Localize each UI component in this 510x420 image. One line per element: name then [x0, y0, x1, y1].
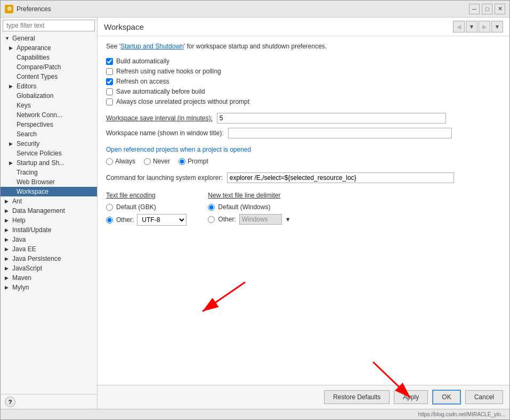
- main-content: ▼General▶AppearanceCapabilitiesCompare/P…: [1, 18, 509, 409]
- panel-content: See 'Startup and Shutdown' for workspace…: [98, 36, 509, 385]
- sidebar-item-service-policies[interactable]: Service Policies: [1, 149, 97, 158]
- delimiter-default-row: Default (Windows): [208, 203, 290, 211]
- encoding-section: Text file encoding Default (GBK) Other: …: [106, 192, 501, 229]
- checkbox-row-4: Always close unrelated projects without …: [106, 98, 501, 105]
- restore-defaults-button[interactable]: Restore Defaults: [324, 390, 390, 404]
- status-url: https://blog.csdn.net/MIRACLE_yin...: [418, 411, 505, 417]
- cancel-button[interactable]: Cancel: [465, 390, 503, 404]
- radio-item-always: Always: [106, 158, 135, 165]
- sidebar-item-perspectives[interactable]: Perspectives: [1, 120, 97, 129]
- maximize-button[interactable]: □: [482, 4, 492, 14]
- checkbox-0[interactable]: [106, 58, 113, 65]
- right-panel: Workspace ◀ ▼ ▶ ▼ See 'Startup and Shutd…: [98, 18, 509, 409]
- sidebar-item-label: Help: [12, 217, 26, 224]
- save-interval-row: Workspace save interval (in minutes):: [106, 113, 501, 123]
- filter-input[interactable]: [3, 20, 95, 31]
- encoding-other-radio[interactable]: [106, 217, 113, 224]
- window-controls: ─ □ ✕: [469, 4, 505, 14]
- delimiter-dropdown-arrow[interactable]: ▼: [285, 216, 291, 223]
- nav-forward-dropdown-button[interactable]: ▼: [491, 21, 503, 32]
- sidebar-item-install-update[interactable]: ▶Install/Update: [1, 225, 97, 235]
- delimiter-default-radio[interactable]: [208, 204, 215, 211]
- sidebar-item-label: Web Browser: [17, 178, 55, 186]
- checkbox-4[interactable]: [106, 98, 113, 105]
- sidebar-item-help[interactable]: ▶Help: [1, 216, 97, 225]
- radio-always[interactable]: [106, 158, 113, 165]
- sidebar-item-general[interactable]: ▼General: [1, 34, 97, 43]
- checkbox-label-2: Refresh on access: [116, 78, 169, 85]
- radio-prompt[interactable]: [179, 158, 185, 165]
- sidebar-item-startup-and-sh---[interactable]: ▶Startup and Sh...: [1, 158, 97, 168]
- checkbox-row-3: Save automatically before build: [106, 88, 501, 95]
- sidebar-item-label: General: [12, 35, 35, 42]
- sidebar-item-label: Install/Update: [12, 226, 51, 234]
- radio-label-always: Always: [115, 158, 135, 165]
- checkbox-3[interactable]: [106, 88, 113, 95]
- ok-button[interactable]: OK: [432, 390, 460, 405]
- checkbox-1[interactable]: [106, 68, 113, 75]
- sidebar: ▼General▶AppearanceCapabilitiesCompare/P…: [1, 18, 98, 409]
- sidebar-item-mylyn[interactable]: ▶Mylyn: [1, 283, 97, 292]
- minimize-button[interactable]: ─: [469, 4, 480, 14]
- radio-row: AlwaysNeverPrompt: [106, 158, 501, 165]
- delimiter-other-input[interactable]: [239, 214, 282, 225]
- panel-title: Workspace: [104, 22, 144, 31]
- sidebar-item-network-conn---[interactable]: Network Conn...: [1, 110, 97, 120]
- sidebar-item-globalization[interactable]: Globalization: [1, 91, 97, 101]
- sidebar-item-java-persistence[interactable]: ▶Java Persistence: [1, 254, 97, 263]
- sidebar-item-maven[interactable]: ▶Maven: [1, 273, 97, 283]
- close-button[interactable]: ✕: [495, 4, 505, 14]
- delimiter-other-row: Other: ▼: [208, 214, 290, 225]
- encoding-default-radio[interactable]: [106, 204, 113, 211]
- sidebar-item-compare-patch[interactable]: Compare/Patch: [1, 62, 97, 72]
- delimiter-other-label: Other:: [218, 216, 236, 223]
- sidebar-item-label: Ant: [12, 197, 22, 205]
- sidebar-item-capabilities[interactable]: Capabilities: [1, 53, 97, 62]
- nav-forward-button[interactable]: ▶: [479, 21, 490, 32]
- encoding-select[interactable]: UTF-8 UTF-16 ISO-8859-1 US-ASCII GBK: [137, 214, 187, 226]
- sidebar-item-label: Perspectives: [17, 121, 53, 128]
- nav-back-button[interactable]: ◀: [453, 21, 465, 32]
- sidebar-item-data-management[interactable]: ▶Data Management: [1, 206, 97, 216]
- sidebar-item-label: Security: [17, 140, 39, 147]
- encoding-other-row: Other: UTF-8 UTF-16 ISO-8859-1 US-ASCII …: [106, 214, 187, 226]
- sidebar-item-label: Editors: [17, 83, 36, 90]
- sidebar-item-content-types[interactable]: Content Types: [1, 72, 97, 81]
- checkbox-row-1: Refresh using native hooks or polling: [106, 68, 501, 75]
- help-button[interactable]: ?: [5, 397, 15, 407]
- delimiter-other-radio[interactable]: [208, 216, 215, 223]
- sidebar-item-appearance[interactable]: ▶Appearance: [1, 43, 97, 53]
- sidebar-item-label: Appearance: [17, 44, 51, 52]
- delimiter-default-label: Default (Windows): [218, 203, 270, 211]
- sidebar-item-workspace[interactable]: Workspace: [1, 187, 97, 196]
- save-interval-input[interactable]: [217, 113, 446, 123]
- radio-never[interactable]: [144, 158, 151, 165]
- workspace-name-row: Workspace name (shown in window title):: [106, 128, 501, 138]
- checkbox-label-3: Save automatically before build: [116, 88, 205, 95]
- checkbox-2[interactable]: [106, 78, 113, 85]
- nav-dropdown-button[interactable]: ▼: [466, 21, 477, 32]
- sidebar-item-ant[interactable]: ▶Ant: [1, 196, 97, 206]
- radio-section-title: Open referenced projects when a project …: [106, 146, 501, 153]
- line-delimiter-box: New text file line delimiter Default (Wi…: [208, 192, 290, 229]
- startup-shutdown-link[interactable]: Startup and Shutdown: [120, 43, 184, 50]
- sidebar-item-keys[interactable]: Keys: [1, 101, 97, 110]
- sidebar-item-web-browser[interactable]: Web Browser: [1, 177, 97, 187]
- sidebar-item-editors[interactable]: ▶Editors: [1, 81, 97, 91]
- sidebar-item-java[interactable]: ▶Java: [1, 235, 97, 244]
- sidebar-item-security[interactable]: ▶Security: [1, 139, 97, 149]
- sidebar-item-tracing[interactable]: Tracing: [1, 168, 97, 177]
- sidebar-item-label: Search: [17, 130, 37, 138]
- sidebar-item-label: Content Types: [17, 73, 58, 80]
- workspace-name-input[interactable]: [228, 128, 452, 138]
- apply-button[interactable]: Apply: [394, 390, 428, 404]
- sidebar-item-label: Maven: [12, 274, 31, 282]
- sidebar-item-javascript[interactable]: ▶JavaScript: [1, 263, 97, 273]
- sidebar-item-search[interactable]: Search: [1, 129, 97, 139]
- encoding-default-row: Default (GBK): [106, 203, 187, 211]
- command-label: Command for launching system explorer:: [106, 174, 223, 182]
- info-text: See 'Startup and Shutdown' for workspace…: [106, 43, 501, 50]
- command-input[interactable]: [227, 172, 454, 183]
- sidebar-item-java-ee[interactable]: ▶Java EE: [1, 244, 97, 254]
- nav-buttons: ◀ ▼ ▶ ▼: [453, 21, 503, 32]
